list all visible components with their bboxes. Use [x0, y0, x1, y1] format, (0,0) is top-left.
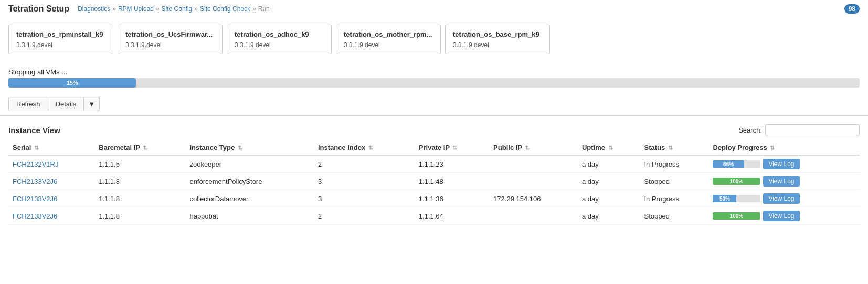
- mini-progress-inner: 66%: [713, 160, 744, 168]
- search-input[interactable]: [765, 124, 860, 136]
- package-name: tetration_os_UcsFirmwar...: [125, 30, 215, 38]
- package-card: tetration_os_UcsFirmwar... 3.3.1.9.devel: [118, 25, 223, 54]
- baremetal-ip: 1.1.1.8: [94, 207, 185, 225]
- col-instance-index[interactable]: Instance Index ⇅: [314, 140, 415, 155]
- deploy-progress-cell: 50% View Log: [708, 190, 860, 207]
- col-public-ip[interactable]: Public IP ⇅: [489, 140, 578, 155]
- serial-link[interactable]: FCH2132V1RJ: [13, 160, 58, 168]
- public-ip: [489, 155, 578, 173]
- deploy-progress-cell: 100% View Log: [708, 207, 860, 225]
- baremetal-ip: 1.1.1.8: [94, 173, 185, 190]
- instance-index: 2: [314, 207, 415, 225]
- col-serial[interactable]: Serial ⇅: [8, 140, 94, 155]
- breadcrumb-run: Run: [258, 5, 270, 13]
- instance-table: Serial ⇅ Baremetal IP ⇅ Instance Type ⇅ …: [8, 140, 860, 225]
- instance-type: happobat: [185, 207, 313, 225]
- private-ip: 1.1.1.48: [415, 173, 489, 190]
- breadcrumb-site-config[interactable]: Site Config: [162, 5, 193, 13]
- baremetal-ip: 1.1.1.5: [94, 155, 185, 173]
- package-card: tetration_os_base_rpm_k9 3.3.1.9.devel: [445, 25, 550, 54]
- page-title: Tetration Setup: [8, 4, 69, 14]
- col-deploy-progress[interactable]: Deploy Progress ⇅: [708, 140, 860, 155]
- uptime: a day: [578, 173, 640, 190]
- package-version: 3.3.1.9.devel: [16, 41, 105, 49]
- status: Stopped: [640, 207, 708, 225]
- breadcrumb-diagnostics[interactable]: Diagnostics: [78, 5, 110, 13]
- package-card: tetration_os_rpminstall_k9 3.3.1.9.devel: [8, 25, 113, 54]
- mini-progress-label: 100%: [730, 213, 744, 219]
- mini-progress-outer: 66%: [713, 160, 760, 168]
- package-version: 3.3.1.9.devel: [344, 41, 433, 49]
- col-status[interactable]: Status ⇅: [640, 140, 708, 155]
- public-ip: 172.29.154.106: [489, 190, 578, 207]
- progress-label: 15%: [67, 80, 78, 86]
- mini-progress-inner: 100%: [713, 178, 760, 185]
- breadcrumb: Diagnostics » RPM Upload » Site Config »…: [78, 5, 270, 13]
- private-ip: 1.1.1.64: [415, 207, 489, 225]
- package-version: 3.3.1.9.devel: [453, 41, 542, 49]
- instance-index: 3: [314, 173, 415, 190]
- search-label: Search:: [738, 126, 762, 134]
- top-bar: Tetration Setup Diagnostics » RPM Upload…: [0, 0, 868, 18]
- mini-progress-outer: 100%: [713, 178, 760, 185]
- uptime: a day: [578, 190, 640, 207]
- instance-index: 3: [314, 190, 415, 207]
- package-card: tetration_os_mother_rpm... 3.3.1.9.devel: [336, 25, 441, 54]
- status: Stopped: [640, 173, 708, 190]
- view-log-button[interactable]: View Log: [763, 193, 799, 204]
- mini-progress-inner: 50%: [713, 195, 736, 202]
- baremetal-ip: 1.1.1.8: [94, 190, 185, 207]
- package-version: 3.3.1.9.devel: [125, 41, 215, 49]
- mini-progress-label: 66%: [723, 161, 734, 167]
- table-row: FCH2133V2J6 1.1.1.8 enforcementPolicySto…: [8, 173, 860, 190]
- search-bar: Search:: [738, 124, 860, 136]
- uptime: a day: [578, 155, 640, 173]
- mini-progress-label: 50%: [719, 196, 730, 202]
- serial-link[interactable]: FCH2133V2J6: [13, 212, 57, 220]
- private-ip: 1.1.1.36: [415, 190, 489, 207]
- mini-progress-inner: 100%: [713, 212, 760, 220]
- instance-index: 2: [314, 155, 415, 173]
- instance-view-header: Instance View Search:: [8, 124, 860, 136]
- col-private-ip[interactable]: Private IP ⇅: [415, 140, 489, 155]
- col-baremetal-ip[interactable]: Baremetal IP ⇅: [94, 140, 185, 155]
- package-name: tetration_os_rpminstall_k9: [16, 30, 105, 38]
- view-log-button[interactable]: View Log: [763, 211, 799, 221]
- package-version: 3.3.1.9.devel: [235, 41, 324, 49]
- instance-view-title: Instance View: [8, 126, 60, 135]
- mini-progress-outer: 100%: [713, 212, 760, 220]
- breadcrumb-site-config-check[interactable]: Site Config Check: [200, 5, 250, 13]
- package-name: tetration_os_adhoc_k9: [235, 30, 324, 38]
- caret-dropdown-button[interactable]: ▼: [84, 97, 100, 111]
- progress-bar-outer: 15%: [8, 78, 860, 88]
- refresh-button[interactable]: Refresh: [8, 97, 48, 111]
- mini-progress-outer: 50%: [713, 195, 760, 202]
- public-ip: [489, 207, 578, 225]
- public-ip: [489, 173, 578, 190]
- notification-badge: 98: [844, 4, 860, 14]
- deploy-progress-cell: 66% View Log: [708, 155, 860, 173]
- package-name: tetration_os_mother_rpm...: [344, 30, 433, 38]
- serial-link[interactable]: FCH2133V2J6: [13, 195, 57, 203]
- private-ip: 1.1.1.23: [415, 155, 489, 173]
- action-bar: Refresh Details ▼: [0, 93, 868, 115]
- col-instance-type[interactable]: Instance Type ⇅: [185, 140, 313, 155]
- package-name: tetration_os_base_rpm_k9: [453, 30, 542, 38]
- col-uptime[interactable]: Uptime ⇅: [578, 140, 640, 155]
- serial-link[interactable]: FCH2133V2J6: [13, 178, 57, 185]
- divider: [0, 115, 868, 116]
- details-button[interactable]: Details: [48, 97, 84, 111]
- view-log-button[interactable]: View Log: [763, 176, 799, 187]
- status: In Progress: [640, 190, 708, 207]
- package-card: tetration_os_adhoc_k9 3.3.1.9.devel: [227, 25, 332, 54]
- status-bar-section: Stopping all VMs ... 15%: [0, 65, 868, 93]
- progress-bar-inner: 15%: [8, 78, 136, 88]
- table-row: FCH2133V2J6 1.1.1.8 happobat 2 1.1.1.64 …: [8, 207, 860, 225]
- breadcrumb-rpm-upload[interactable]: RPM Upload: [118, 5, 154, 13]
- view-log-button[interactable]: View Log: [763, 159, 799, 169]
- instance-type: collectorDatamover: [185, 190, 313, 207]
- mini-progress-label: 100%: [730, 179, 744, 184]
- package-cards: tetration_os_rpminstall_k9 3.3.1.9.devel…: [0, 18, 868, 65]
- table-row: FCH2133V2J6 1.1.1.8 collectorDatamover 3…: [8, 190, 860, 207]
- instance-section: Instance View Search: Serial ⇅ Baremetal…: [0, 120, 868, 229]
